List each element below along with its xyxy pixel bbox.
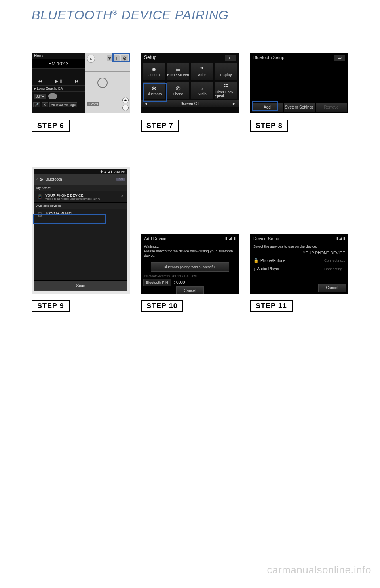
highlight-toyota [33, 214, 106, 224]
success-toast: Bluetooth pairing was successful. [151, 262, 229, 272]
car-marker-icon [97, 78, 108, 88]
cancel-button: Cancel [176, 286, 204, 294]
pin-value: : 0000 [171, 279, 188, 286]
step7-screenshot: Setup↩ ✸General ▤Home Screen ❞Voice ▭Dis… [141, 53, 239, 113]
location-icon: ▶ [34, 87, 36, 90]
back-icon: ↩ [334, 55, 345, 61]
device-name: YOUR PHONE DEVICE [250, 250, 348, 256]
step11-screenshot: Device Setup▮ ◢ ▮ Select the services to… [250, 234, 348, 294]
check-icon: ✓ [121, 193, 124, 199]
watermark: carmanualsonline.info [267, 564, 371, 576]
general-button: ✸General [142, 63, 166, 81]
visible-text: Visible to all nearby Bluetooth devices … [45, 197, 100, 200]
display-button: ▭Display [215, 63, 238, 81]
bt-status-icon: ✱ [107, 55, 112, 61]
road-line [86, 71, 130, 72]
step8-screenshot: Bluetooth Setup↩ Add System Settings Rem… [250, 53, 348, 113]
step10-desc: The Entune™ Multimedia Head Unit will co… [141, 316, 239, 330]
note-icon: ♪ [253, 267, 256, 271]
des-icon: ☷ [223, 84, 228, 89]
audio-button: ♪Audio [190, 82, 214, 100]
mic-icon: 🎤 [33, 102, 40, 107]
your-phone-name: YOUR PHONE DEVICE [45, 193, 100, 197]
services-instruction: Select the services to use on the device… [250, 243, 348, 250]
highlight-gear [112, 53, 130, 62]
audio-icon: ♪ [201, 86, 203, 91]
device-setup-title: Device Setup [253, 236, 279, 241]
step9-desc: Back on your Android®* device, select TO… [32, 316, 130, 331]
step6-desc: On Home screen, select Settings. [32, 136, 130, 143]
step10-screenshot: Add Device▮ ◢ ▮ Waiting...Please search … [141, 234, 239, 294]
step6-screenshot: Home FM 102.3 ⏮ ▶⏸ ⏭ ▶Long Beach, CA 83°… [32, 53, 130, 113]
pin-label: Bluetooth PIN [143, 279, 171, 286]
bt-address: Bluetooth Address 34:B1:F7:BA:F4:5F [141, 273, 239, 279]
connecting-1: Connecting... [324, 258, 345, 262]
instruction-text: Please search for the device below using… [144, 249, 233, 258]
signal-icons: ▮ ◢ ▮ [225, 236, 236, 241]
waiting-text: Waiting... [144, 244, 159, 248]
back-icon: ↩ [225, 55, 236, 61]
back-chevron-icon: ‹ [36, 177, 38, 181]
intro-text: With Entune™ Premium Audio with Navigati… [32, 25, 348, 33]
bt-toggle: ON [116, 178, 125, 181]
display-icon: ▭ [223, 67, 228, 72]
step11-desc: Entune™ Multimedia Head Unit will attemp… [250, 316, 348, 338]
phone-device-icon: 📱 [37, 194, 43, 199]
my-device-label: My device [34, 185, 127, 191]
home-icon: ▤ [175, 67, 180, 72]
play-icon: ▶⏸ [55, 78, 63, 84]
step6-label: STEP 6 [32, 120, 70, 132]
setup-title: Setup [144, 55, 156, 61]
phone-button: ✆Phone [167, 82, 190, 100]
signal-icon: ✱ ▲ ◢ ▮ [100, 170, 113, 174]
gear-icon: ⚙ [39, 177, 44, 182]
zoom-in-icon: + [122, 97, 129, 103]
footnotes: If Passkey Confirmation appears on your … [32, 370, 348, 382]
connecting-2: Connecting... [324, 267, 345, 271]
phone-icon: ✆ [176, 86, 180, 91]
scan-button: Scan [34, 280, 127, 291]
add-device-title: Add Device [144, 236, 166, 241]
step7-desc: Select Bluetooth. [141, 136, 239, 143]
map-scale: 0.25mi [87, 102, 99, 106]
general-icon: ✸ [152, 67, 156, 72]
step7-label: STEP 7 [141, 120, 179, 132]
fm-station: FM 102.3 [32, 59, 86, 69]
remove-button: Remove [316, 103, 347, 112]
step8-label: STEP 8 [250, 120, 288, 132]
zoom-out-icon: − [122, 105, 129, 111]
page-right-icon: ► [232, 101, 236, 106]
available-label: Available devices [34, 203, 127, 209]
voice-button: ❞Voice [190, 63, 214, 81]
highlight-add [252, 101, 278, 111]
home-screen-button: ▤Home Screen [167, 63, 190, 81]
screen-off-button: Screen Off [180, 101, 200, 106]
step11-label: STEP 11 [250, 300, 293, 312]
phone-time: 9:12 PM [114, 170, 125, 174]
next-icon: ⏭ [75, 78, 80, 84]
prev-icon: ⏮ [38, 78, 42, 84]
signal-icons: ▮ ◢ ▮ [336, 236, 345, 241]
refresh-icon: ⟲ [42, 102, 48, 107]
step8-desc: Select Add to register your Android®* de… [250, 136, 348, 151]
audio-player-label: Audio Player [257, 267, 280, 271]
home-label: Home [34, 54, 45, 58]
highlight-bluetooth [142, 83, 167, 102]
temperature: 83°F [34, 94, 46, 99]
ago-text: As of 30 min. ago [49, 102, 77, 107]
step9-screenshot: ✱ ▲ ◢ ▮9:12 PM ‹⚙BluetoothON My device 📱… [32, 167, 130, 294]
step10-label: STEP 10 [141, 300, 183, 312]
compass-icon: E [87, 55, 95, 63]
cancel-button: Cancel [318, 284, 346, 292]
cloud-icon [48, 93, 57, 99]
btsetup-title: Bluetooth Setup [253, 55, 284, 61]
system-settings-button: System Settings [284, 103, 315, 112]
step9-label: STEP 9 [32, 300, 70, 312]
lock-icon: 🔒 [253, 258, 259, 263]
des-button: ☷Driver Easy Speak [215, 82, 238, 100]
phone-entune-label: Phone/Entune [260, 258, 285, 263]
page-title: BLUETOOTH® DEVICE PAIRING [32, 8, 348, 23]
bt-title: Bluetooth [45, 177, 62, 181]
voice-icon: ❞ [200, 67, 203, 72]
location-text: Long Beach, CA [37, 86, 63, 90]
